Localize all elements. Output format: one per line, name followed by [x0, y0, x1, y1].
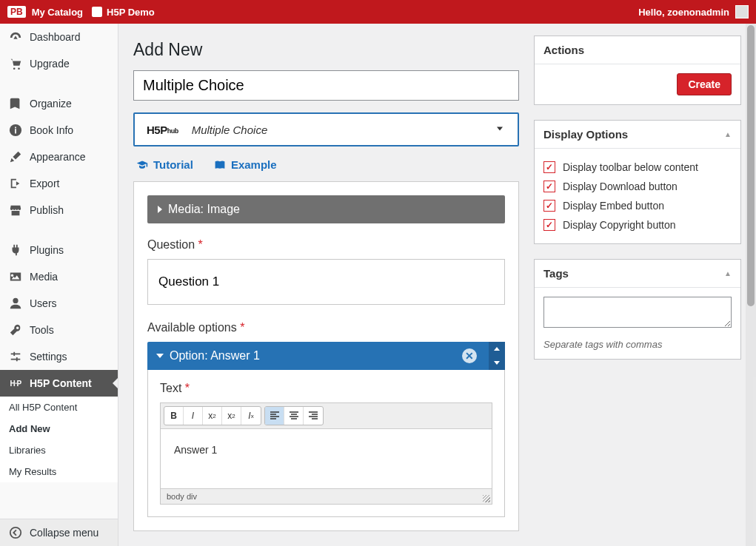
svg-point-3 [13, 298, 18, 303]
tags-input[interactable] [543, 297, 732, 328]
move-up-button[interactable] [489, 342, 505, 356]
pb-logo[interactable]: PB [7, 6, 26, 18]
actions-heading: Actions [535, 36, 740, 64]
collapse-label: Collapse menu [30, 527, 98, 539]
hub-selected-type: Multiple Choice [192, 124, 268, 136]
help-links: Tutorial Example [133, 158, 519, 171]
brush-icon [9, 150, 22, 164]
svg-rect-2 [15, 127, 16, 129]
sidebar-item-export[interactable]: Export [0, 170, 118, 197]
sidebar-item-bookinfo[interactable]: Book Info [0, 117, 118, 144]
display-options-heading[interactable]: Display Options ▲ [535, 121, 740, 149]
question-input[interactable] [147, 259, 505, 305]
option-header[interactable]: Option: Answer 1 ✕ [147, 342, 505, 370]
sidebar-item-label: Users [30, 297, 57, 309]
sidebar-subitem[interactable]: All H5P Content [0, 397, 118, 418]
superscript-button[interactable]: x2 [222, 407, 241, 425]
my-catalog-link[interactable]: My Catalog [32, 7, 83, 18]
sidebar-item-upgrade[interactable]: Upgrade [0, 50, 118, 77]
option-sorter [489, 342, 505, 370]
checkbox[interactable]: ✓ [543, 181, 555, 192]
sidebar-item-users[interactable]: Users [0, 290, 118, 317]
editor-toolbar: B I x2 x2 Ix [161, 403, 492, 429]
sidebar-item-tools[interactable]: Tools [0, 317, 118, 343]
h5p-hub-selector[interactable]: H5Phub Multiple Choice [133, 112, 519, 146]
sidebar-item-label: Appearance [30, 151, 86, 163]
sidebar-item-publish[interactable]: Publish [0, 197, 118, 223]
sliders-icon [9, 350, 22, 363]
display-option-label: Display Embed button [563, 200, 664, 212]
open-book-icon [214, 159, 226, 171]
move-down-button[interactable] [489, 356, 505, 370]
page-title: Add New [133, 40, 519, 60]
sidebar-item-plugins[interactable]: Plugins [0, 237, 118, 263]
sidebar-item-appearance[interactable]: Appearance [0, 144, 118, 170]
book-icon [9, 97, 22, 110]
svg-point-4 [10, 528, 21, 538]
align-left-button[interactable] [265, 407, 284, 425]
sidebar-item-label: Tools [30, 324, 54, 336]
gauge-icon [9, 30, 22, 44]
h5p-hub-logo: H5Phub [147, 124, 178, 136]
subscript-button[interactable]: x2 [203, 407, 222, 425]
align-right-button[interactable] [304, 407, 323, 425]
sidebar-item-label: Publish [30, 204, 64, 216]
sidebar-item-media[interactable]: Media [0, 263, 118, 290]
option-panel: Option: Answer 1 ✕ Text * [147, 342, 505, 517]
actions-box: Actions Create [534, 36, 741, 105]
sidebar-item-dashboard[interactable]: Dashboard [0, 24, 118, 50]
sidebar-item-label: Book Info [30, 124, 73, 136]
sidebar-item-label: Dashboard [30, 31, 81, 43]
h5p-icon: H·P [9, 377, 22, 390]
sidebar-item-h5p-content[interactable]: H·P H5P Content [0, 370, 118, 397]
media-section-label: Media: Image [168, 203, 240, 216]
tags-heading[interactable]: Tags ▲ [535, 260, 740, 288]
create-button[interactable]: Create [677, 73, 732, 95]
caret-down-icon [156, 354, 164, 358]
sidebar-item-label: Settings [30, 351, 67, 363]
clear-format-button[interactable]: Ix [241, 407, 261, 425]
available-options-label: Available options * [147, 321, 505, 334]
editor-content-area[interactable]: Answer 1 [161, 429, 492, 488]
scrollbar-thumb[interactable] [747, 25, 755, 306]
checkbox[interactable]: ✓ [543, 219, 555, 231]
sidebar-subitem[interactable]: Libraries [0, 439, 118, 461]
user-avatar[interactable] [735, 5, 749, 18]
remove-option-button[interactable]: ✕ [462, 348, 477, 363]
example-link[interactable]: Example [214, 158, 277, 171]
collapse-toggle-icon: ▲ [724, 130, 732, 138]
rich-text-editor: B I x2 x2 Ix [160, 402, 492, 505]
info-icon [9, 124, 22, 137]
align-center-button[interactable] [284, 407, 304, 425]
tutorial-link[interactable]: Tutorial [136, 158, 193, 171]
book-title-link[interactable]: H5P Demo [107, 7, 155, 18]
h5p-editor-panel: Media: Image Question * Available option… [133, 181, 519, 531]
resize-handle[interactable] [483, 495, 490, 502]
content-title-input[interactable] [133, 70, 519, 101]
sidebar-subitem[interactable]: Add New [0, 418, 118, 439]
media-section-toggle[interactable]: Media: Image [147, 195, 505, 223]
page-scrollbar[interactable] [746, 24, 756, 546]
italic-button[interactable]: I [184, 407, 203, 425]
sidebar-item-organize[interactable]: Organize [0, 90, 118, 117]
checkbox[interactable]: ✓ [543, 200, 555, 212]
wrench-icon [9, 323, 22, 337]
plug-icon [9, 243, 22, 257]
display-option-label: Display Download button [563, 181, 678, 192]
text-field-label: Text * [160, 382, 492, 395]
display-options-box: Display Options ▲ ✓Display toolbar below… [534, 120, 741, 244]
bold-button[interactable]: B [164, 407, 184, 425]
sidebar-subitem[interactable]: My Results [0, 461, 118, 482]
tags-hint: Separate tags with commas [543, 339, 732, 350]
collapse-menu-button[interactable]: Collapse menu [0, 519, 118, 546]
checkbox[interactable]: ✓ [543, 161, 555, 173]
sidebar-item-label: Export [30, 178, 59, 189]
book-icon [92, 7, 102, 17]
sidebar-item-settings[interactable]: Settings [0, 343, 118, 370]
admin-sidebar: DashboardUpgrade OrganizeBook InfoAppear… [0, 24, 118, 546]
collapse-toggle-icon: ▲ [724, 269, 732, 277]
sidebar-item-label: Plugins [30, 244, 64, 256]
display-option-label: Display Copyright button [563, 219, 676, 231]
editor-element-path: body div [161, 488, 492, 504]
greeting-text[interactable]: Hello, zoenonadmin [638, 7, 729, 18]
